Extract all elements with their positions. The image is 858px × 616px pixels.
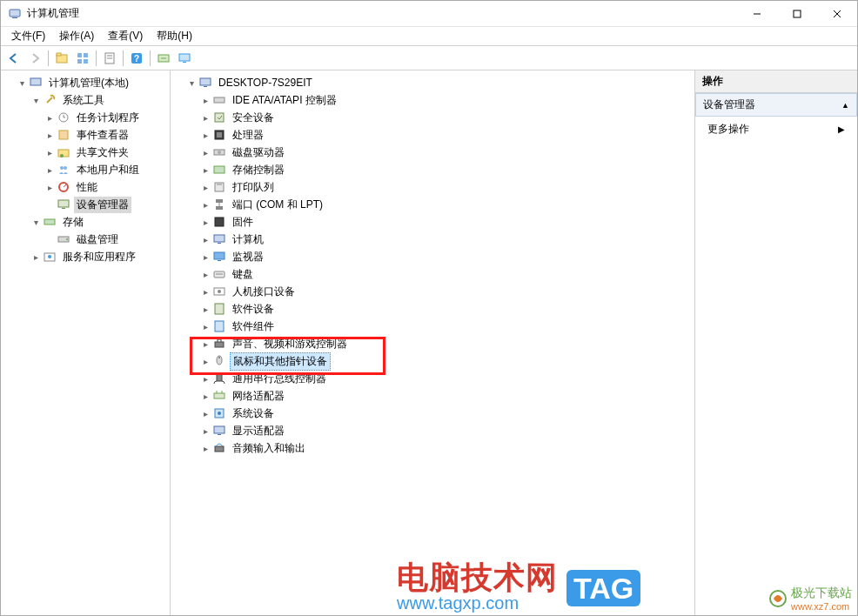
tree-item-event-viewer[interactable]: ▸事件查看器 bbox=[43, 126, 170, 144]
chevron-down-icon[interactable]: ▾ bbox=[30, 96, 41, 105]
toolbar-back-button[interactable] bbox=[4, 49, 23, 68]
chevron-right-icon[interactable]: ▸ bbox=[200, 409, 211, 418]
devmgr-category[interactable]: ▸通用串行总线控制器 bbox=[198, 370, 694, 387]
tree-label: 事件查看器 bbox=[74, 127, 131, 144]
maximize-button[interactable] bbox=[777, 1, 817, 27]
menu-file[interactable]: 文件(F) bbox=[4, 27, 52, 45]
devmgr-category[interactable]: ▸系统设备 bbox=[198, 405, 694, 422]
chevron-down-icon[interactable]: ▾ bbox=[17, 78, 27, 88]
chevron-right-icon[interactable]: ▸ bbox=[200, 200, 211, 210]
chevron-right-icon[interactable]: ▸ bbox=[44, 165, 55, 175]
chevron-right-icon[interactable]: ▸ bbox=[200, 131, 211, 140]
menu-action[interactable]: 操作(A) bbox=[52, 27, 101, 45]
toolbar-monitor-button[interactable] bbox=[175, 49, 194, 68]
svg-rect-23 bbox=[58, 150, 69, 157]
svg-rect-70 bbox=[215, 446, 224, 452]
tree-item-services-apps[interactable]: ▸ 服务和应用程序 bbox=[29, 248, 170, 265]
chevron-down-icon[interactable]: ▾ bbox=[186, 78, 197, 88]
svg-point-42 bbox=[218, 151, 221, 154]
chevron-right-icon[interactable]: ▸ bbox=[200, 148, 211, 157]
chevron-right-icon[interactable]: ▸ bbox=[200, 183, 211, 192]
chevron-right-icon[interactable]: ▸ bbox=[200, 235, 211, 244]
devmgr-category[interactable]: ▸安全设备 bbox=[198, 109, 694, 126]
chevron-right-icon[interactable]: ▸ bbox=[44, 148, 55, 157]
category-label: 通用串行总线控制器 bbox=[230, 371, 329, 387]
chevron-right-icon[interactable]: ▸ bbox=[44, 131, 55, 140]
toolbar-view-button[interactable] bbox=[73, 49, 92, 68]
devmgr-category[interactable]: ▸网络适配器 bbox=[198, 387, 694, 405]
tree-item-task-scheduler[interactable]: ▸任务计划程序 bbox=[43, 109, 170, 126]
chevron-right-icon[interactable]: ▸ bbox=[200, 392, 211, 401]
chevron-right-icon[interactable]: ▸ bbox=[44, 113, 55, 123]
app-icon bbox=[8, 7, 22, 21]
actions-group[interactable]: 设备管理器 ▲ bbox=[695, 93, 857, 117]
collapse-icon[interactable]: ▲ bbox=[841, 101, 849, 110]
toolbar-properties-button[interactable] bbox=[100, 49, 119, 68]
devmgr-category[interactable]: ▸声音、视频和游戏控制器 bbox=[198, 335, 694, 352]
svg-rect-0 bbox=[10, 10, 20, 17]
devmgr-category[interactable]: ▸计算机 bbox=[198, 231, 694, 248]
close-button[interactable] bbox=[817, 1, 857, 27]
chevron-right-icon[interactable]: ▸ bbox=[200, 270, 211, 279]
devmgr-category[interactable]: ▸固件 bbox=[198, 213, 694, 231]
tree-item-device-manager[interactable]: ▸设备管理器 bbox=[43, 196, 170, 213]
devmgr-root[interactable]: ▾ DESKTOP-7S29EIT bbox=[184, 74, 694, 91]
svg-point-34 bbox=[48, 255, 51, 258]
chevron-right-icon[interactable]: ▸ bbox=[30, 252, 41, 262]
devmgr-category[interactable]: ▸打印队列 bbox=[198, 178, 694, 196]
tree-item-system-tools[interactable]: ▾ 系统工具 bbox=[29, 91, 170, 109]
svg-point-25 bbox=[60, 166, 64, 170]
chevron-right-icon[interactable]: ▸ bbox=[44, 183, 55, 192]
devmgr-category[interactable]: ▸软件组件 bbox=[198, 318, 694, 335]
tree-item-shared-folders[interactable]: ▸共享文件夹 bbox=[43, 144, 170, 161]
devmgr-category[interactable]: ▸IDE ATA/ATAPI 控制器 bbox=[198, 91, 694, 109]
devmgr-category[interactable]: ▸处理器 bbox=[198, 126, 694, 144]
svg-rect-53 bbox=[218, 260, 221, 261]
devmgr-category[interactable]: ▸显示适配器 bbox=[198, 422, 694, 439]
tree-item-performance[interactable]: ▸性能 bbox=[43, 178, 170, 196]
chevron-right-icon[interactable]: ▸ bbox=[200, 322, 211, 331]
category-label: 网络适配器 bbox=[230, 388, 287, 405]
chevron-right-icon[interactable]: ▸ bbox=[200, 357, 211, 366]
menu-view[interactable]: 查看(V) bbox=[101, 27, 150, 45]
chevron-right-icon[interactable]: ▸ bbox=[200, 374, 211, 384]
watermark-url: www.tagxp.com bbox=[397, 593, 558, 613]
devmgr-category[interactable]: ▸软件设备 bbox=[198, 300, 694, 318]
svg-text:?: ? bbox=[134, 54, 139, 64]
actions-more[interactable]: 更多操作 ▶ bbox=[695, 117, 857, 142]
tree-item-local-users[interactable]: ▸本地用户和组 bbox=[43, 161, 170, 178]
tree-item-root[interactable]: ▾ 计算机管理(本地) bbox=[15, 74, 170, 91]
chevron-right-icon[interactable]: ▸ bbox=[200, 113, 211, 123]
minimize-button[interactable] bbox=[737, 1, 777, 27]
tree-item-disk-mgmt[interactable]: ▸磁盘管理 bbox=[43, 231, 170, 248]
devmgr-category[interactable]: ▸端口 (COM 和 LPT) bbox=[198, 196, 694, 213]
chevron-right-icon[interactable]: ▸ bbox=[200, 444, 211, 453]
devmgr-category[interactable]: ▸监视器 bbox=[198, 248, 694, 265]
chevron-right-icon[interactable]: ▸ bbox=[200, 287, 211, 297]
chevron-right-icon[interactable]: ▸ bbox=[200, 339, 211, 349]
chevron-right-icon[interactable]: ▸ bbox=[200, 426, 211, 436]
device-manager-pane[interactable]: ▾ DESKTOP-7S29EIT ▸IDE ATA/ATAPI 控制器▸安全设… bbox=[171, 70, 695, 615]
chevron-right-icon[interactable]: ▸ bbox=[200, 218, 211, 227]
svg-rect-28 bbox=[58, 200, 69, 207]
devmgr-category[interactable]: ▸键盘 bbox=[198, 265, 694, 283]
chevron-down-icon[interactable]: ▾ bbox=[30, 218, 41, 227]
devmgr-category[interactable]: ▸存储控制器 bbox=[198, 161, 694, 178]
menu-help[interactable]: 帮助(H) bbox=[150, 27, 199, 45]
chevron-right-icon[interactable]: ▸ bbox=[200, 96, 211, 105]
chevron-right-icon[interactable]: ▸ bbox=[200, 252, 211, 262]
devmgr-category[interactable]: ▸鼠标和其他指针设备 bbox=[198, 352, 694, 370]
toolbar-scan-button[interactable] bbox=[154, 49, 173, 68]
left-tree-pane[interactable]: ▾ 计算机管理(本地) ▾ 系统工具 ▸任务计划程序 bbox=[1, 70, 171, 615]
devmgr-category[interactable]: ▸音频输入和输出 bbox=[198, 439, 694, 457]
toolbar-forward-button[interactable] bbox=[25, 49, 44, 68]
category-icon bbox=[212, 145, 226, 159]
tree-item-storage[interactable]: ▾ 存储 bbox=[29, 213, 170, 231]
devmgr-category[interactable]: ▸人机接口设备 bbox=[198, 283, 694, 300]
chevron-right-icon[interactable]: ▸ bbox=[200, 165, 211, 175]
chevron-right-icon[interactable]: ▸ bbox=[200, 305, 211, 314]
toolbar-up-button[interactable] bbox=[52, 49, 71, 68]
devmgr-category[interactable]: ▸磁盘驱动器 bbox=[198, 144, 694, 161]
category-label: 显示适配器 bbox=[230, 423, 287, 439]
toolbar-help-button[interactable]: ? bbox=[127, 49, 146, 68]
